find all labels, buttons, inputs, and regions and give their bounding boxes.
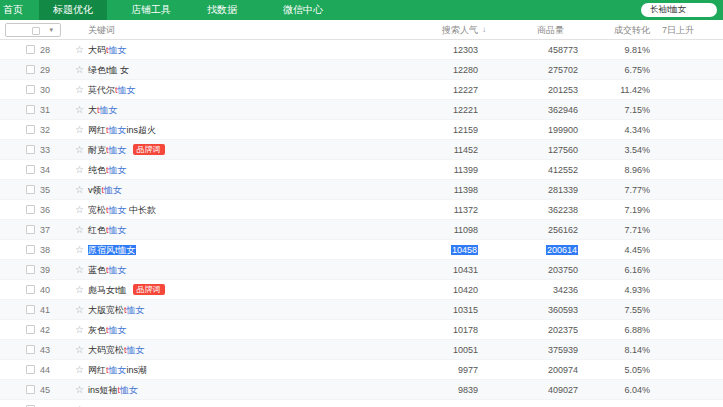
keyword-link[interactable]: 灰色t恤女: [88, 320, 127, 340]
row-index: 43: [40, 340, 62, 360]
row-checkbox[interactable]: [26, 165, 35, 174]
select-all-dropdown[interactable]: ▾: [5, 23, 61, 37]
row-index: 28: [40, 40, 62, 60]
row-checkbox[interactable]: [26, 85, 35, 94]
search-popularity-cell: 11098: [400, 220, 478, 240]
keyword-table-body: 28 ☆ 大码t恤女 12303 458773 9.81% 29 ☆ 绿色t恤 …: [0, 40, 723, 407]
conversion-rate-cell: 6.75%: [580, 60, 650, 80]
keyword-segment: 大: [88, 105, 97, 115]
keyword-link[interactable]: 彪马女t恤品牌词: [88, 280, 165, 300]
favorite-star-icon[interactable]: ☆: [75, 280, 84, 300]
favorite-star-icon[interactable]: ☆: [75, 320, 84, 340]
row-checkbox[interactable]: [26, 345, 35, 354]
favorite-star-icon[interactable]: ☆: [75, 80, 84, 100]
favorite-star-icon[interactable]: ☆: [75, 60, 84, 80]
row-checkbox[interactable]: [26, 265, 35, 274]
select-all-checkbox[interactable]: [32, 27, 40, 35]
row-checkbox[interactable]: [26, 285, 35, 294]
keyword-link[interactable]: 宽松t恤女 中长款: [88, 200, 156, 220]
favorite-star-icon[interactable]: ☆: [75, 340, 84, 360]
nav-item-title-optimization[interactable]: 标题优化: [39, 0, 107, 20]
col-header-product-count[interactable]: 商品量: [490, 20, 564, 40]
favorite-star-icon[interactable]: ☆: [75, 220, 84, 240]
favorite-star-icon[interactable]: ☆: [75, 140, 84, 160]
search-popularity-cell: 11372: [400, 200, 478, 220]
conversion-rate-cell: 7.71%: [580, 220, 650, 240]
row-checkbox[interactable]: [26, 385, 35, 394]
favorite-star-icon[interactable]: ☆: [75, 400, 84, 407]
keyword-link[interactable]: 蓝色t恤女: [88, 260, 127, 280]
keyword-segment: 宽松: [88, 205, 106, 215]
keyword-link[interactable]: 绿色t恤 女: [88, 60, 129, 80]
keyword-link[interactable]: 大码t恤女: [88, 40, 127, 60]
keyword-link[interactable]: 原宿风t恤女: [88, 240, 136, 260]
product-count-cell: 360593: [490, 300, 578, 320]
keyword-link[interactable]: 大版宽松t恤女: [88, 300, 145, 320]
col-header-search-popularity[interactable]: 搜索人气: [392, 20, 478, 40]
keyword-link[interactable]: 大码宽松t恤女: [88, 340, 145, 360]
favorite-star-icon[interactable]: ☆: [75, 260, 84, 280]
col-header-keyword: 关键词: [88, 20, 115, 40]
conversion-rate-cell: 3.54%: [580, 140, 650, 160]
nav-item-home[interactable]: 首页: [0, 0, 33, 20]
search-popularity-cell: 10051: [400, 340, 478, 360]
keyword-segment: 网红: [88, 125, 106, 135]
keyword-link[interactable]: 大t恤女: [88, 100, 118, 120]
favorite-star-icon[interactable]: ☆: [75, 100, 84, 120]
row-checkbox[interactable]: [26, 105, 35, 114]
table-row: 44 ☆ 网红t恤女ins潮 9977 200974 5.05%: [0, 360, 723, 380]
table-header-row: ▾ 关键词 搜索人气 ↓ 商品量 成交转化 7日上升: [0, 20, 723, 40]
row-checkbox[interactable]: [26, 365, 35, 374]
col-header-7day-rise[interactable]: 7日上升: [662, 20, 694, 40]
favorite-star-icon[interactable]: ☆: [75, 180, 84, 200]
nav-item-shop-tools[interactable]: 店铺工具: [121, 0, 181, 20]
row-checkbox[interactable]: [26, 185, 35, 194]
row-checkbox[interactable]: [26, 145, 35, 154]
keyword-link[interactable]: 网红t恤女ins潮: [88, 360, 147, 380]
keyword-link[interactable]: 红色t恤女: [88, 220, 127, 240]
keyword-link[interactable]: 莫代尔t恤女: [88, 80, 136, 100]
keyword-search-input[interactable]: 长袖t恤女: [641, 3, 717, 17]
row-index: 34: [40, 160, 62, 180]
nav-item-find-data[interactable]: 找数据: [197, 0, 247, 20]
row-checkbox[interactable]: [26, 325, 35, 334]
search-popularity-cell: 10315: [400, 300, 478, 320]
row-index: 42: [40, 320, 62, 340]
row-checkbox[interactable]: [26, 225, 35, 234]
keyword-link[interactable]: 网红t恤女ins超火: [88, 120, 156, 140]
row-checkbox[interactable]: [26, 245, 35, 254]
product-count-cell: 458773: [490, 40, 578, 60]
favorite-star-icon[interactable]: ☆: [75, 360, 84, 380]
col-header-conversion[interactable]: 成交转化: [580, 20, 650, 40]
product-count-cell: 200974: [490, 360, 578, 380]
favorite-star-icon[interactable]: ☆: [75, 120, 84, 140]
row-checkbox[interactable]: [26, 45, 35, 54]
product-count-cell: 203750: [490, 260, 578, 280]
row-checkbox[interactable]: [26, 125, 35, 134]
app-window: 首页 标题优化 店铺工具 找数据 微信中心 长袖t恤女 ▾ 关键词 搜索人气 ↓…: [0, 0, 723, 407]
keyword-link[interactable]: 耐克t恤女品牌词: [88, 140, 165, 160]
keyword-segment: 恤女: [118, 245, 136, 255]
keyword-segment: 恤女: [109, 125, 127, 135]
row-index: 29: [40, 60, 62, 80]
row-checkbox[interactable]: [26, 305, 35, 314]
row-checkbox[interactable]: [26, 205, 35, 214]
favorite-star-icon[interactable]: ☆: [75, 300, 84, 320]
favorite-star-icon[interactable]: ☆: [75, 160, 84, 180]
favorite-star-icon[interactable]: ☆: [75, 380, 84, 400]
keyword-segment: 彪马女t恤: [88, 285, 127, 295]
keyword-segment: 蓝色: [88, 265, 106, 275]
row-index: 36: [40, 200, 62, 220]
conversion-rate-cell: 6.04%: [580, 380, 650, 400]
row-checkbox[interactable]: [26, 65, 35, 74]
favorite-star-icon[interactable]: ☆: [75, 240, 84, 260]
favorite-star-icon[interactable]: ☆: [75, 40, 84, 60]
keyword-link[interactable]: ins短袖t恤女: [88, 380, 138, 400]
nav-item-wechat-center[interactable]: 微信中心: [273, 0, 333, 20]
keyword-link[interactable]: 纯色t恤女: [88, 160, 127, 180]
keyword-segment: 灰色: [88, 325, 106, 335]
favorite-star-icon[interactable]: ☆: [75, 200, 84, 220]
sort-descending-icon[interactable]: ↓: [482, 20, 486, 40]
keyword-link[interactable]: v领t恤女: [88, 180, 122, 200]
keyword-segment: 大码宽松: [88, 345, 124, 355]
